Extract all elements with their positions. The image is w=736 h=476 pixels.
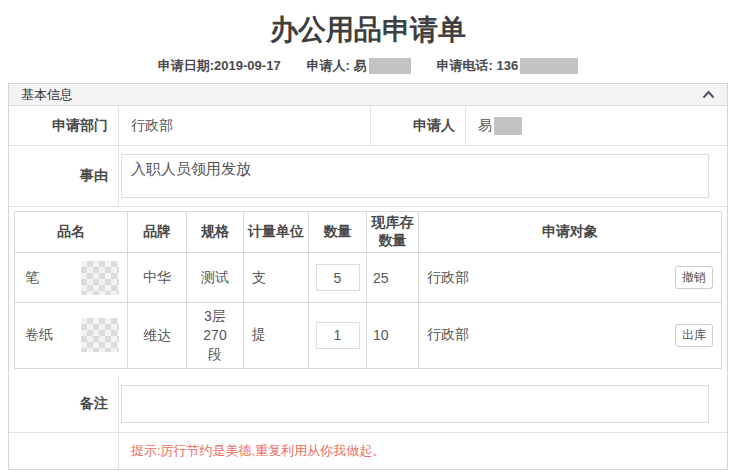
tip-spacer xyxy=(9,433,119,469)
quantity-input[interactable] xyxy=(316,264,360,291)
redaction-block xyxy=(494,117,522,135)
col-header-stock: 现库存数量 xyxy=(367,212,419,253)
chevron-up-icon[interactable] xyxy=(702,90,715,99)
redaction-block xyxy=(520,58,578,74)
meta-line: 申请日期:2019-09-17 申请人: 易 申请电话: 136 xyxy=(0,57,736,75)
quantity-input[interactable] xyxy=(316,322,360,349)
item-stock: 10 xyxy=(367,303,419,369)
basic-info-panel: 基本信息 申请部门 行政部 申请人 易 事由 入职人员领用发放 xyxy=(8,83,728,470)
items-table: 品名 品牌 规格 计量单位 数量 现库存数量 申请对象 笔 xyxy=(14,211,722,369)
apply-phone: 申请电话: 136 xyxy=(437,57,579,75)
item-name-wrap: 卷纸 xyxy=(15,318,127,352)
panel-header[interactable]: 基本信息 xyxy=(9,84,727,106)
remarks-input[interactable] xyxy=(121,385,709,423)
table-row: 卷纸 维达 3层270段 提 10 行政部 xyxy=(15,303,722,369)
item-unit: 支 xyxy=(244,253,309,303)
remarks-label: 备注 xyxy=(9,377,119,432)
item-target-wrap: 行政部 撤销 xyxy=(419,266,721,289)
item-target: 行政部 xyxy=(427,326,469,344)
redaction-mosaic xyxy=(81,318,119,352)
items-table-wrap: 品名 品牌 规格 计量单位 数量 现库存数量 申请对象 笔 xyxy=(9,207,727,377)
page-title: 办公用品申请单 xyxy=(0,12,736,48)
remarks-row: 备注 xyxy=(9,377,727,433)
item-name-wrap: 笔 xyxy=(15,261,127,295)
applicant-label: 申请人 xyxy=(371,106,466,145)
col-header-qty: 数量 xyxy=(309,212,367,253)
tip-text: 提示:厉行节约是美德,重复利用从你我做起。 xyxy=(119,433,727,469)
tip-row: 提示:厉行节约是美德,重复利用从你我做起。 xyxy=(9,433,727,469)
redaction-block xyxy=(369,58,411,74)
page: 办公用品申请单 申请日期:2019-09-17 申请人: 易 申请电话: 136… xyxy=(0,0,736,476)
item-stock: 25 xyxy=(367,253,419,303)
table-row: 笔 中华 测试 支 25 行政部 xyxy=(15,253,722,303)
apply-person-text: 申请人: 易 xyxy=(307,57,367,75)
applicant-value: 易 xyxy=(466,106,727,145)
outbound-button[interactable]: 出库 xyxy=(675,324,713,347)
redaction-mosaic xyxy=(81,261,119,295)
col-header-name: 品名 xyxy=(15,212,128,253)
item-qty-cell xyxy=(309,303,367,369)
basic-info-row: 申请部门 行政部 申请人 易 xyxy=(9,106,727,146)
item-name-cell: 卷纸 xyxy=(15,303,128,369)
reason-label: 事由 xyxy=(9,146,119,206)
reason-field-cell: 入职人员领用发放 xyxy=(119,146,727,206)
col-header-brand: 品牌 xyxy=(128,212,187,253)
col-header-target: 申请对象 xyxy=(419,212,722,253)
item-target-wrap: 行政部 出库 xyxy=(419,324,721,347)
dept-value: 行政部 xyxy=(119,106,371,145)
item-unit: 提 xyxy=(244,303,309,369)
item-target-cell: 行政部 出库 xyxy=(419,303,722,369)
item-target-cell: 行政部 撤销 xyxy=(419,253,722,303)
applicant-name: 易 xyxy=(478,117,492,135)
items-header-row: 品名 品牌 规格 计量单位 数量 现库存数量 申请对象 xyxy=(15,212,722,253)
apply-date: 申请日期:2019-09-17 xyxy=(158,57,281,75)
item-spec: 测试 xyxy=(187,253,244,303)
item-target: 行政部 xyxy=(427,269,469,287)
item-name-cell: 笔 xyxy=(15,253,128,303)
item-name: 笔 xyxy=(25,269,39,287)
reason-row: 事由 入职人员领用发放 xyxy=(9,146,727,207)
item-qty-cell xyxy=(309,253,367,303)
dept-label: 申请部门 xyxy=(9,106,119,145)
apply-phone-text: 申请电话: 136 xyxy=(437,57,519,75)
apply-person: 申请人: 易 xyxy=(307,57,411,75)
item-brand: 维达 xyxy=(128,303,187,369)
item-brand: 中华 xyxy=(128,253,187,303)
col-header-unit: 计量单位 xyxy=(244,212,309,253)
panel-title: 基本信息 xyxy=(21,86,73,104)
remarks-field-cell xyxy=(119,377,727,432)
item-name: 卷纸 xyxy=(25,326,53,344)
item-spec: 3层270段 xyxy=(187,303,244,369)
reason-input[interactable]: 入职人员领用发放 xyxy=(121,154,709,198)
revoke-button[interactable]: 撤销 xyxy=(675,266,713,289)
col-header-spec: 规格 xyxy=(187,212,244,253)
